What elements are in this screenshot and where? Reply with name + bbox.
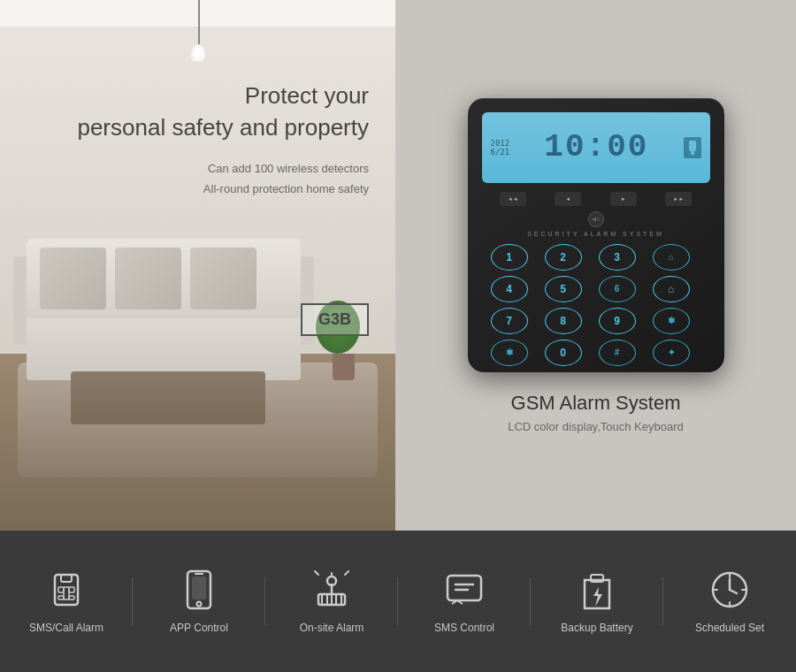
- sms-icon: [441, 567, 487, 613]
- desc-line2: All-round protection home safety: [77, 179, 369, 199]
- feature-item-schedule: Scheduled Set: [663, 567, 796, 636]
- speaker-icon: [588, 211, 604, 227]
- feature-item-sms-call: SMS/Call Alarm: [0, 567, 133, 636]
- alarm-device: 2012 6/21 10:00 ◄◄ ◄ ►: [468, 98, 724, 372]
- ctrl-btn-4[interactable]: ►►: [665, 192, 692, 206]
- clock-icon: [707, 567, 753, 613]
- device-title: GSM Alarm System: [508, 392, 683, 415]
- feature-item-sms: SMS Control: [398, 567, 531, 636]
- device-info: GSM Alarm System LCD color display,Touch…: [508, 392, 683, 433]
- key-btn-1[interactable]: 1: [491, 244, 528, 271]
- ctrl-btn-1[interactable]: ◄◄: [500, 192, 526, 206]
- desc-line1: Can add 100 wireless detectors: [77, 158, 369, 179]
- key-btn-3[interactable]: 3: [599, 244, 636, 271]
- feature-label-sms-call: SMS/Call Alarm: [29, 622, 103, 636]
- top-section: Protect your personal safety and propert…: [0, 0, 796, 531]
- feature-label-sms: SMS Control: [434, 622, 494, 636]
- feature-item-app: APP Control: [133, 567, 265, 636]
- svg-rect-7: [69, 596, 74, 599]
- alarm-icon: [309, 567, 355, 613]
- svg-line-30: [730, 590, 737, 593]
- key-btn-x[interactable]: ✱: [491, 340, 528, 366]
- key-btn-5[interactable]: 5: [545, 276, 582, 302]
- feature-item-battery: Backup Battery: [531, 567, 663, 636]
- key-btn-9[interactable]: 9: [599, 308, 636, 334]
- phone-icon: [176, 567, 222, 613]
- ctrl-btn-3[interactable]: ►: [610, 192, 637, 206]
- key-btn-x[interactable]: #: [599, 340, 636, 366]
- key-btn-x[interactable]: ✦: [653, 340, 690, 366]
- svg-rect-4: [58, 587, 64, 592]
- device-subtitle: LCD color display,Touch Keyboard: [508, 420, 683, 433]
- features-bar: SMS/Call Alarm APP Control On-site Alarm…: [0, 531, 796, 672]
- key-btn-x[interactable]: ⌂: [653, 244, 690, 271]
- key-btn-x[interactable]: ⌂: [653, 276, 690, 302]
- key-btn-2[interactable]: 2: [545, 244, 582, 271]
- right-panel: 2012 6/21 10:00 ◄◄ ◄ ►: [395, 0, 796, 531]
- svg-rect-24: [448, 576, 481, 600]
- headline: Protect your personal safety and propert…: [77, 80, 369, 144]
- lcd-icon: [684, 137, 701, 158]
- feature-label-battery: Backup Battery: [561, 622, 632, 636]
- left-panel: Protect your personal safety and propert…: [0, 0, 395, 531]
- feature-item-onsite: On-site Alarm: [265, 567, 398, 636]
- keypad: 123⌂456⌂789✱✱0#✦: [482, 244, 710, 366]
- sim-icon: [43, 567, 89, 613]
- key-btn-0[interactable]: 0: [545, 340, 582, 366]
- device-label: SECURITY ALARM SYSTEM: [482, 231, 710, 237]
- feature-label-schedule: Scheduled Set: [695, 622, 764, 636]
- key-btn-4[interactable]: 4: [491, 276, 528, 302]
- svg-rect-5: [69, 587, 74, 592]
- key-btn-6[interactable]: 6: [599, 276, 636, 302]
- svg-rect-1: [691, 151, 694, 155]
- lcd-screen: 2012 6/21 10:00: [482, 112, 710, 183]
- svg-rect-8: [64, 587, 69, 599]
- main-container: Protect your personal safety and propert…: [0, 0, 796, 672]
- feature-label-onsite: On-site Alarm: [300, 622, 364, 636]
- svg-line-21: [315, 571, 318, 575]
- key-btn-7[interactable]: 7: [491, 308, 528, 334]
- svg-rect-10: [192, 577, 206, 599]
- svg-rect-0: [689, 141, 696, 151]
- lcd-time: 10:00: [544, 129, 648, 165]
- control-row: ◄◄ ◄ ► ►►: [482, 192, 710, 206]
- svg-rect-6: [58, 596, 64, 599]
- key-btn-8[interactable]: 8: [545, 308, 582, 334]
- svg-line-22: [345, 571, 348, 575]
- lcd-date: 2012 6/21: [491, 139, 510, 157]
- left-text-block: Protect your personal safety and propert…: [77, 80, 369, 200]
- feature-label-app: APP Control: [170, 622, 228, 636]
- battery-icon: [574, 567, 620, 613]
- ctrl-btn-2[interactable]: ◄: [555, 192, 581, 206]
- key-btn-x[interactable]: ✱: [653, 308, 690, 334]
- svg-point-11: [197, 602, 202, 607]
- model-badge: G3B: [301, 303, 369, 336]
